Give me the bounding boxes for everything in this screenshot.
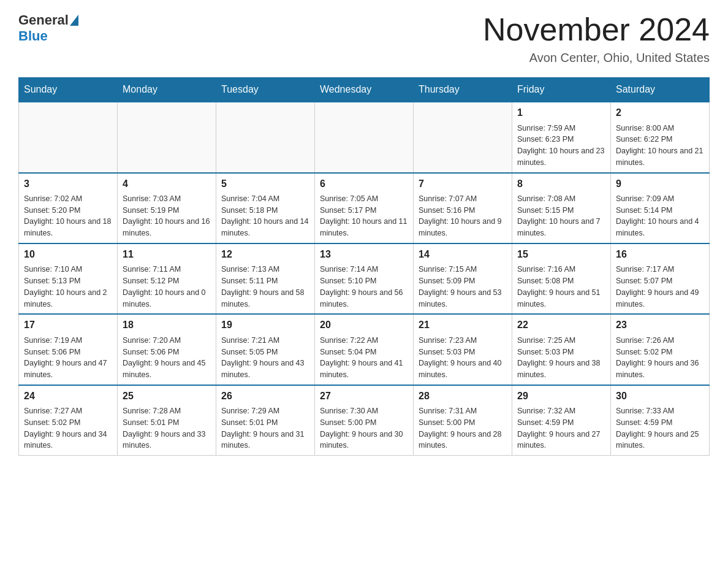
calendar-cell: 20Sunrise: 7:22 AMSunset: 5:04 PMDayligh…: [315, 314, 414, 385]
logo-general-text: General: [18, 12, 69, 28]
calendar-cell: 26Sunrise: 7:29 AMSunset: 5:01 PMDayligh…: [216, 385, 315, 456]
day-number: 24: [24, 389, 112, 403]
day-info: Sunrise: 7:16 AMSunset: 5:08 PMDaylight:…: [517, 264, 605, 310]
day-number: 3: [24, 177, 112, 191]
calendar-cell: 21Sunrise: 7:23 AMSunset: 5:03 PMDayligh…: [414, 314, 512, 385]
day-number: 19: [221, 318, 309, 332]
calendar-cell: 15Sunrise: 7:16 AMSunset: 5:08 PMDayligh…: [512, 243, 611, 314]
day-number: 1: [517, 106, 605, 120]
day-number: 11: [123, 248, 211, 261]
day-number: 7: [419, 177, 507, 191]
calendar-cell: 23Sunrise: 7:26 AMSunset: 5:02 PMDayligh…: [611, 314, 710, 385]
calendar-cell: 29Sunrise: 7:32 AMSunset: 4:59 PMDayligh…: [512, 385, 611, 456]
day-info: Sunrise: 7:27 AMSunset: 5:02 PMDaylight:…: [24, 405, 112, 451]
week-row-4: 17Sunrise: 7:19 AMSunset: 5:06 PMDayligh…: [19, 314, 710, 385]
calendar-title: November 2024: [483, 12, 710, 47]
day-info: Sunrise: 7:17 AMSunset: 5:07 PMDaylight:…: [616, 264, 704, 310]
day-info: Sunrise: 7:26 AMSunset: 5:02 PMDaylight:…: [616, 335, 704, 381]
day-number: 12: [221, 248, 309, 261]
day-number: 25: [123, 389, 211, 403]
day-number: 18: [123, 318, 211, 332]
col-friday: Friday: [512, 78, 611, 102]
calendar-cell: 12Sunrise: 7:13 AMSunset: 5:11 PMDayligh…: [216, 243, 315, 314]
day-number: 9: [616, 177, 704, 191]
day-info: Sunrise: 7:11 AMSunset: 5:12 PMDaylight:…: [123, 264, 211, 310]
calendar-cell: 3Sunrise: 7:02 AMSunset: 5:20 PMDaylight…: [19, 173, 118, 243]
calendar-cell: 19Sunrise: 7:21 AMSunset: 5:05 PMDayligh…: [216, 314, 315, 385]
day-number: 22: [517, 318, 605, 332]
col-monday: Monday: [118, 78, 216, 102]
calendar-cell: 5Sunrise: 7:04 AMSunset: 5:18 PMDaylight…: [216, 173, 315, 243]
day-number: 2: [616, 106, 704, 120]
day-number: 27: [320, 389, 408, 403]
day-number: 6: [320, 177, 408, 191]
day-info: Sunrise: 7:30 AMSunset: 5:00 PMDaylight:…: [320, 405, 408, 451]
day-number: 13: [320, 248, 408, 261]
page-header: General Blue November 2024 Avon Center, …: [18, 12, 710, 65]
day-number: 21: [419, 318, 507, 332]
day-info: Sunrise: 7:02 AMSunset: 5:20 PMDaylight:…: [24, 193, 112, 239]
day-info: Sunrise: 7:15 AMSunset: 5:09 PMDaylight:…: [419, 264, 507, 310]
logo-blue-text: Blue: [18, 28, 48, 44]
logo-triangle-icon: [70, 15, 78, 26]
calendar-cell: 22Sunrise: 7:25 AMSunset: 5:03 PMDayligh…: [512, 314, 611, 385]
calendar-table: Sunday Monday Tuesday Wednesday Thursday…: [18, 77, 710, 456]
day-info: Sunrise: 7:25 AMSunset: 5:03 PMDaylight:…: [517, 335, 605, 381]
day-info: Sunrise: 7:19 AMSunset: 5:06 PMDaylight:…: [24, 335, 112, 381]
col-wednesday: Wednesday: [315, 78, 414, 102]
calendar-cell: 9Sunrise: 7:09 AMSunset: 5:14 PMDaylight…: [611, 173, 710, 243]
day-number: 20: [320, 318, 408, 332]
day-number: 17: [24, 318, 112, 332]
day-info: Sunrise: 7:22 AMSunset: 5:04 PMDaylight:…: [320, 335, 408, 381]
day-info: Sunrise: 7:23 AMSunset: 5:03 PMDaylight:…: [419, 335, 507, 381]
calendar-cell: 30Sunrise: 7:33 AMSunset: 4:59 PMDayligh…: [611, 385, 710, 456]
day-info: Sunrise: 7:05 AMSunset: 5:17 PMDaylight:…: [320, 193, 408, 239]
col-saturday: Saturday: [611, 78, 710, 102]
day-number: 15: [517, 248, 605, 261]
day-number: 16: [616, 248, 704, 261]
week-row-2: 3Sunrise: 7:02 AMSunset: 5:20 PMDaylight…: [19, 173, 710, 243]
day-info: Sunrise: 7:08 AMSunset: 5:15 PMDaylight:…: [517, 193, 605, 239]
day-info: Sunrise: 7:14 AMSunset: 5:10 PMDaylight:…: [320, 264, 408, 310]
calendar-cell: [216, 102, 315, 172]
calendar-cell: 10Sunrise: 7:10 AMSunset: 5:13 PMDayligh…: [19, 243, 118, 314]
day-info: Sunrise: 8:00 AMSunset: 6:22 PMDaylight:…: [616, 123, 704, 169]
day-info: Sunrise: 7:33 AMSunset: 4:59 PMDaylight:…: [616, 405, 704, 451]
calendar-cell: 8Sunrise: 7:08 AMSunset: 5:15 PMDaylight…: [512, 173, 611, 243]
calendar-cell: 24Sunrise: 7:27 AMSunset: 5:02 PMDayligh…: [19, 385, 118, 456]
day-info: Sunrise: 7:21 AMSunset: 5:05 PMDaylight:…: [221, 335, 309, 381]
calendar-cell: 1Sunrise: 7:59 AMSunset: 6:23 PMDaylight…: [512, 102, 611, 172]
day-number: 14: [419, 248, 507, 261]
day-info: Sunrise: 7:07 AMSunset: 5:16 PMDaylight:…: [419, 193, 507, 239]
calendar-cell: [118, 102, 216, 172]
calendar-cell: 14Sunrise: 7:15 AMSunset: 5:09 PMDayligh…: [414, 243, 512, 314]
calendar-cell: [315, 102, 414, 172]
calendar-cell: 7Sunrise: 7:07 AMSunset: 5:16 PMDaylight…: [414, 173, 512, 243]
day-info: Sunrise: 7:29 AMSunset: 5:01 PMDaylight:…: [221, 405, 309, 451]
calendar-cell: 17Sunrise: 7:19 AMSunset: 5:06 PMDayligh…: [19, 314, 118, 385]
day-info: Sunrise: 7:20 AMSunset: 5:06 PMDaylight:…: [123, 335, 211, 381]
day-info: Sunrise: 7:28 AMSunset: 5:01 PMDaylight:…: [123, 405, 211, 451]
day-number: 30: [616, 389, 704, 403]
day-info: Sunrise: 7:59 AMSunset: 6:23 PMDaylight:…: [517, 123, 605, 169]
day-info: Sunrise: 7:31 AMSunset: 5:00 PMDaylight:…: [419, 405, 507, 451]
calendar-cell: 27Sunrise: 7:30 AMSunset: 5:00 PMDayligh…: [315, 385, 414, 456]
col-tuesday: Tuesday: [216, 78, 315, 102]
calendar-cell: 4Sunrise: 7:03 AMSunset: 5:19 PMDaylight…: [118, 173, 216, 243]
day-info: Sunrise: 7:32 AMSunset: 4:59 PMDaylight:…: [517, 405, 605, 451]
col-sunday: Sunday: [19, 78, 118, 102]
calendar-cell: 28Sunrise: 7:31 AMSunset: 5:00 PMDayligh…: [414, 385, 512, 456]
calendar-cell: [414, 102, 512, 172]
week-row-3: 10Sunrise: 7:10 AMSunset: 5:13 PMDayligh…: [19, 243, 710, 314]
calendar-cell: 18Sunrise: 7:20 AMSunset: 5:06 PMDayligh…: [118, 314, 216, 385]
day-number: 28: [419, 389, 507, 403]
calendar-subtitle: Avon Center, Ohio, United States: [483, 51, 710, 65]
calendar-cell: 11Sunrise: 7:11 AMSunset: 5:12 PMDayligh…: [118, 243, 216, 314]
day-number: 29: [517, 389, 605, 403]
day-number: 10: [24, 248, 112, 261]
calendar-cell: 2Sunrise: 8:00 AMSunset: 6:22 PMDaylight…: [611, 102, 710, 172]
calendar-cell: 6Sunrise: 7:05 AMSunset: 5:17 PMDaylight…: [315, 173, 414, 243]
day-number: 23: [616, 318, 704, 332]
logo: General Blue: [18, 12, 80, 44]
day-info: Sunrise: 7:10 AMSunset: 5:13 PMDaylight:…: [24, 264, 112, 310]
